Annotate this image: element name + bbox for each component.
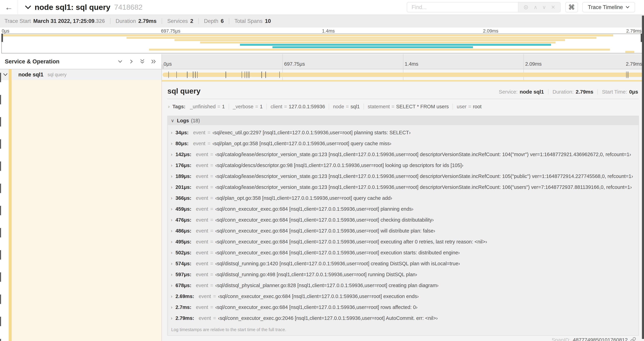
span-collapse-toggle[interactable] — [3, 73, 8, 76]
expand-all-icon[interactable] — [151, 59, 157, 64]
range-handle-left[interactable] — [2, 34, 3, 42]
tag-key: user — [457, 104, 466, 110]
ruler-tick: 2.09ms — [525, 61, 542, 67]
log-marker-tick — [242, 72, 242, 78]
summary-value: 6 — [221, 18, 224, 24]
span-row-track[interactable] — [162, 69, 644, 80]
column-resizer-handle[interactable] — [162, 65, 164, 69]
log-entry[interactable]: › 502μs: event = ‹sql/conn_executor_exec… — [168, 247, 638, 258]
collapse-one-icon[interactable] — [118, 59, 123, 64]
log-message: ‹sql/distsql_running.go:498 [nsql1,clien… — [215, 272, 417, 277]
log-entry[interactable]: › 34μs: event = ‹sql/exec_util.go:2297 [… — [168, 127, 638, 138]
log-entry[interactable]: › 2.69ms: event = ‹sql/conn_executor_exe… — [168, 291, 638, 302]
log-field-name: event — [196, 272, 208, 277]
minimap-span-bar — [126, 37, 596, 39]
span-row[interactable]: node sql1 sql query — [0, 69, 644, 80]
summary-value: 10 — [265, 18, 271, 24]
log-entry[interactable]: › 678μs: event = ‹sql/distsql_physical_p… — [168, 280, 638, 291]
span-row-label[interactable]: node sql1 sql query — [0, 69, 162, 80]
tag-value: 127.0.0.1:59936 — [289, 104, 325, 110]
detail-sidebar — [0, 80, 162, 341]
log-entry[interactable]: › 574μs: event = ‹sql/distsql_running.go… — [168, 258, 638, 269]
tags-section[interactable]: › Tags: _unfinished = 1 _verbose = — [162, 99, 644, 114]
log-equals: = — [208, 141, 210, 146]
log-entry[interactable]: › 201μs: event = ‹sql/catalog/lease/desc… — [168, 182, 638, 193]
chevron-right-icon: › — [171, 217, 172, 223]
log-entry[interactable]: › 597μs: event = ‹sql/distsql_running.go… — [168, 269, 638, 280]
tag-item: node = sql1 — [325, 104, 360, 110]
log-marker-tick — [249, 72, 250, 78]
trace-minimap: 0μs 697.75μs 1.4ms 2.09ms 2.79ms — [0, 27, 644, 54]
view-selector-button[interactable]: Trace Timeline — [582, 2, 635, 13]
log-equals: = — [210, 272, 213, 277]
summary-value: 2.79ms — [138, 18, 156, 24]
meta-label: Service: — [499, 89, 518, 95]
tag-item: client = 127.0.0.1:59936 — [262, 104, 325, 110]
minimap-span-bar — [625, 51, 634, 53]
log-entry[interactable]: › 495μs: event = ‹sql/conn_executor_exec… — [168, 236, 638, 247]
log-entry[interactable]: › 176μs: event = ‹sql/catalog/descs/desc… — [168, 160, 638, 171]
log-entry[interactable]: › 2.79ms: event = ‹sql/conn_executor_exe… — [168, 313, 638, 324]
log-field-name: event — [199, 315, 211, 321]
trace-collapse-toggle[interactable] — [25, 5, 31, 9]
log-message: ‹sql/conn_executor_exec.go:684 [nsql1,cl… — [215, 239, 487, 245]
log-entry[interactable]: › 459μs: event = ‹sql/conn_executor_exec… — [168, 204, 638, 214]
chevron-right-icon: › — [171, 206, 172, 212]
collapse-all-icon[interactable] — [140, 59, 145, 65]
log-timestamp: 176μs: — [176, 163, 192, 168]
expand-one-icon[interactable] — [129, 59, 134, 64]
log-entry[interactable]: › 476μs: event = ‹sql/conn_executor_exec… — [168, 214, 638, 225]
keyboard-shortcuts-button[interactable]: ⌘ — [566, 2, 578, 13]
log-entry[interactable]: › 366μs: event = ‹sql/plan_opt.go:358 [n… — [168, 193, 638, 204]
deep-link-icon[interactable] — [630, 337, 636, 341]
next-result-icon[interactable]: ∨ — [542, 5, 546, 10]
log-timestamp: 502μs: — [176, 250, 192, 256]
log-equals: = — [210, 239, 213, 245]
log-entry[interactable]: › 2.7ms: event = ‹sql/conn_executor_exec… — [168, 302, 638, 313]
log-message: ‹sql/conn_executor_exec.go:684 [nsql1,cl… — [215, 206, 414, 212]
log-timestamp: 459μs: — [176, 206, 192, 212]
tag-key: _unfinished — [190, 104, 216, 110]
tag-equals: = — [284, 104, 287, 110]
log-equals: = — [210, 206, 213, 212]
log-timestamp: 2.7ms: — [176, 304, 192, 310]
back-button[interactable]: ← — [0, 0, 18, 15]
log-equals: = — [213, 293, 216, 299]
span-detail-highlight-strip — [162, 80, 644, 82]
log-message: ‹sql/exec_util.go:2297 [nsql1,client=127… — [212, 130, 411, 136]
summary-label: Duration — [116, 18, 136, 24]
vertical-scrollbar[interactable] — [642, 16, 644, 339]
log-timestamp: 34μs: — [176, 130, 189, 136]
minimap-canvas[interactable] — [2, 34, 642, 53]
collapse-controls — [118, 54, 157, 69]
locate-icon[interactable] — [523, 5, 529, 10]
tag-key: _verbose — [233, 104, 254, 110]
log-entry[interactable]: › 142μs: event = ‹sql/catalog/lease/desc… — [168, 149, 638, 160]
span-color-accent — [9, 80, 12, 341]
ruler-tick: 0μs — [164, 61, 172, 67]
log-marker-tick — [193, 72, 193, 78]
trace-summary-bar: Trace Start March 31 2022, 17:25:09 .326… — [0, 15, 644, 27]
clear-search-icon[interactable]: ✕ — [551, 5, 555, 10]
meta-value: 2.79ms — [576, 89, 593, 95]
prev-result-icon[interactable]: ∧ — [534, 5, 537, 10]
tag-value: SELECT * FROM users — [396, 104, 449, 110]
chevron-down-icon: ∨ — [171, 118, 174, 123]
logs-header[interactable]: ∨ Logs (18) — [168, 116, 638, 125]
chevron-right-icon: › — [171, 163, 172, 168]
log-message: ‹sql/conn_executor_exec.go:684 [nsql1,cl… — [215, 228, 435, 234]
log-entry[interactable]: › 189μs: event = ‹sql/catalog/lease/desc… — [168, 171, 638, 182]
minimap-span-bar — [240, 44, 551, 46]
chevron-right-icon: › — [171, 315, 172, 321]
log-entry[interactable]: › 486μs: event = ‹sql/conn_executor_exec… — [168, 225, 638, 236]
tag-key: client — [270, 104, 282, 110]
tag-item: _verbose = 1 — [225, 104, 262, 110]
log-entry[interactable]: › 80μs: event = ‹sql/plan_opt.go:358 [ns… — [168, 138, 638, 149]
log-message: ‹sql/conn_executor_exec.go:684 [nsql1,cl… — [215, 217, 434, 223]
tag-item: statement = SELECT * FROM users — [360, 104, 449, 110]
chevron-right-icon: › — [171, 185, 172, 190]
find-input[interactable] — [407, 3, 518, 12]
summary-label: Trace Start — [4, 18, 31, 24]
log-timestamp: 574μs: — [176, 261, 192, 266]
minimap-tick-labels: 0μs 697.75μs 1.4ms 2.09ms 2.79ms — [0, 27, 644, 34]
